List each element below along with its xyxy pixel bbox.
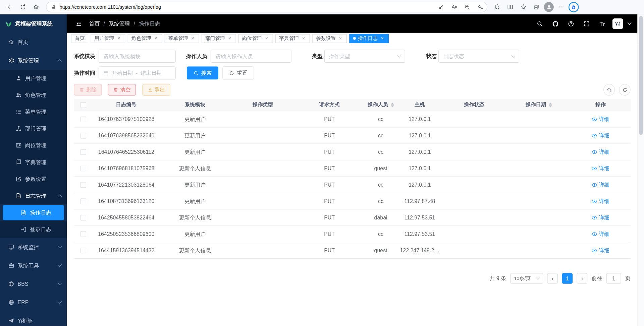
read-aloud-icon[interactable] [449, 2, 459, 12]
sidebar-item-system-monitor[interactable]: 系统监控 [0, 238, 67, 256]
sidebar-item-yi-framework[interactable]: Yi框架 [0, 312, 67, 326]
back-icon[interactable] [4, 1, 15, 13]
sidebar-item-post-management[interactable]: 岗位管理 [0, 137, 67, 154]
page-1-button[interactable]: 1 [562, 273, 573, 284]
breadcrumb-system[interactable]: 系统管理 [109, 20, 130, 27]
module-input[interactable] [99, 50, 176, 63]
tab-close-icon[interactable]: × [227, 36, 232, 41]
tab-close-icon[interactable]: × [264, 36, 269, 41]
header-search-icon[interactable] [534, 18, 545, 29]
add-favorite-icon[interactable] [475, 2, 485, 12]
tab[interactable]: 岗位管理 × [238, 34, 273, 43]
delete-button[interactable]: 删除 [74, 84, 102, 95]
tab[interactable]: 字典管理 × [275, 34, 310, 43]
font-size-icon[interactable] [597, 18, 607, 29]
book-icon [16, 159, 22, 165]
row-checkbox[interactable] [80, 116, 86, 122]
operator-input[interactable] [211, 50, 291, 63]
user-logo[interactable]: YJ [612, 18, 623, 29]
tab-close-icon[interactable]: × [153, 36, 158, 41]
row-checkbox[interactable] [80, 215, 86, 220]
sidebar-item-param-settings[interactable]: 参数设置 [0, 171, 67, 187]
type-select[interactable]: 操作类型 [324, 50, 405, 63]
row-checkbox[interactable] [80, 149, 86, 155]
sidebar-item-menu-management[interactable]: 菜单管理 [0, 103, 67, 120]
sidebar-item-system-tools[interactable]: 系统工具 [0, 256, 67, 275]
detail-link[interactable]: 详细 [591, 214, 609, 221]
refresh-icon[interactable] [17, 1, 29, 13]
sidebar-item-dict-management[interactable]: 字典管理 [0, 154, 67, 171]
row-checkbox[interactable] [80, 166, 86, 171]
tab[interactable]: 用户管理 × [91, 34, 125, 43]
row-checkbox[interactable] [80, 133, 86, 138]
select-all-checkbox[interactable] [80, 102, 86, 108]
detail-link[interactable]: 详细 [591, 115, 609, 123]
sort-icon[interactable] [390, 102, 394, 107]
page-size-select[interactable]: 10条/页 [510, 273, 543, 284]
table-search-toggle-button[interactable] [603, 84, 615, 95]
sidebar-item-erp[interactable]: ERP [0, 293, 67, 312]
tab[interactable]: 部门管理 × [202, 34, 236, 43]
sidebar-item-user-management[interactable]: 用户管理 [0, 70, 67, 86]
detail-link[interactable]: 详细 [591, 197, 609, 205]
password-key-icon[interactable] [436, 2, 446, 12]
row-checkbox[interactable] [80, 182, 86, 188]
sort-icon[interactable] [549, 102, 552, 107]
sidebar-item-system-management[interactable]: 系统管理 [0, 51, 67, 70]
detail-link[interactable]: 详细 [591, 148, 609, 155]
favorites-bar-icon[interactable] [518, 1, 529, 13]
split-screen-icon[interactable] [504, 1, 516, 13]
tab-close-icon[interactable]: × [116, 36, 121, 41]
tab[interactable]: 菜单管理 × [165, 34, 199, 43]
sidebar-item-role-management[interactable]: 角色管理 [0, 86, 67, 103]
sidebar-item-login-log[interactable]: 登录日志 [0, 221, 67, 238]
sidebar-item-bbs[interactable]: BBS [0, 275, 67, 293]
goto-page-input[interactable] [606, 273, 621, 284]
browser-home-icon[interactable] [31, 1, 42, 13]
table-refresh-button[interactable] [619, 84, 630, 95]
github-icon[interactable] [550, 18, 561, 29]
prev-page-button[interactable]: ‹ [547, 273, 558, 284]
detail-link[interactable]: 详细 [591, 132, 609, 139]
date-range-picker[interactable]: 开始日期 - 结束日期 [99, 66, 176, 79]
address-bar[interactable]: https://ccnetcore.com:1101/system/log/op… [46, 2, 487, 12]
tab[interactable]: 角色管理 × [128, 34, 162, 43]
collections-icon[interactable] [531, 1, 542, 13]
zoom-out-icon[interactable] [462, 2, 472, 12]
chevron-down-icon[interactable] [628, 21, 632, 25]
fullscreen-icon[interactable] [581, 18, 592, 29]
export-button[interactable]: 导出 [143, 84, 170, 95]
bing-icon[interactable]: b [569, 2, 579, 12]
sidebar-item-operation-log[interactable]: 操作日志 [3, 205, 64, 220]
row-checkbox[interactable] [80, 248, 86, 253]
menu-fold-icon[interactable] [73, 18, 84, 29]
tab-close-icon[interactable]: × [338, 36, 343, 41]
reset-button[interactable]: 重置 [222, 66, 254, 79]
page-scrollbar[interactable] [638, 14, 644, 326]
detail-link[interactable]: 详细 [591, 230, 609, 238]
detail-link[interactable]: 详细 [591, 165, 609, 172]
sidebar-item-log-management[interactable]: 日志管理 [0, 187, 67, 204]
profile-avatar[interactable] [544, 2, 554, 12]
sidebar-item-dept-management[interactable]: 部门管理 [0, 120, 67, 137]
row-checkbox[interactable] [80, 231, 86, 237]
next-page-button[interactable]: › [577, 273, 587, 284]
more-menu-icon[interactable] [555, 1, 567, 13]
detail-link[interactable]: 详细 [591, 247, 609, 254]
tab[interactable]: 首页 × [71, 34, 88, 43]
tab-close-icon[interactable]: × [301, 36, 306, 41]
status-select[interactable]: 日志状态 [438, 50, 519, 63]
row-checkbox[interactable] [80, 198, 86, 204]
extensions-icon[interactable] [491, 1, 503, 13]
clear-button[interactable]: 清空 [108, 84, 136, 95]
tab-close-icon[interactable]: × [380, 36, 385, 41]
tab[interactable]: 操作日志 × [349, 34, 388, 43]
tab[interactable]: 参数设置 × [312, 34, 347, 43]
sidebar-item-home[interactable]: 首页 [0, 33, 67, 51]
breadcrumb-home[interactable]: 首页 [89, 20, 100, 27]
tab-close-icon[interactable]: × [190, 36, 196, 41]
scrollbar-thumb[interactable] [639, 16, 643, 135]
detail-link[interactable]: 详细 [591, 181, 609, 188]
search-button[interactable]: 搜索 [187, 66, 218, 79]
help-icon[interactable] [566, 18, 576, 29]
